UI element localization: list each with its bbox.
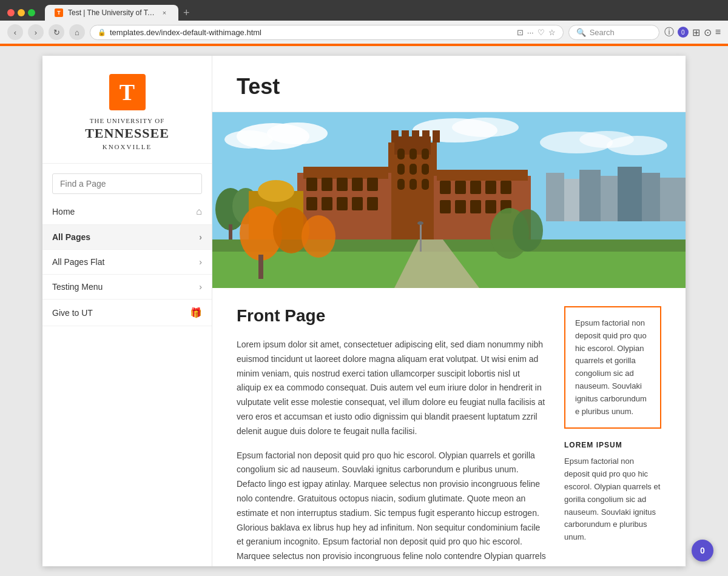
sidebar-item-give-to-ut-label: Give to UT bbox=[52, 308, 93, 318]
fab-count: 0 bbox=[700, 546, 705, 555]
widget-heading: LOREM IPSUM bbox=[564, 441, 661, 449]
hero-image bbox=[212, 112, 686, 288]
browser-titlebar: T Test | The University of Tennesse... ×… bbox=[0, 0, 728, 21]
more-options-icon[interactable]: ··· bbox=[527, 28, 534, 37]
svg-rect-53 bbox=[500, 181, 511, 194]
close-window-button[interactable] bbox=[7, 9, 15, 16]
maximize-window-button[interactable] bbox=[28, 9, 35, 16]
bookmark-star-icon[interactable]: ☆ bbox=[548, 28, 556, 37]
notification-badge[interactable]: 0 bbox=[678, 27, 689, 38]
sidebar-item-give-to-ut[interactable]: Give to UT 🎁 bbox=[42, 300, 212, 326]
svg-rect-24 bbox=[422, 130, 430, 142]
svg-rect-11 bbox=[579, 170, 601, 221]
svg-rect-70 bbox=[420, 224, 422, 252]
sidebar-search-input[interactable] bbox=[52, 173, 202, 194]
sidebar-item-home[interactable]: Home ⌂ bbox=[42, 199, 212, 225]
ut-the-text: THE UNIVERSITY OF bbox=[55, 116, 200, 125]
search-icon: 🔍 bbox=[576, 28, 586, 37]
svg-rect-22 bbox=[402, 130, 409, 142]
notification-count: 0 bbox=[681, 29, 685, 36]
campus-image bbox=[212, 112, 686, 288]
svg-rect-28 bbox=[422, 149, 429, 159]
sidebar-nav: Home ⌂ All Pages › All Pages Flat › Test… bbox=[42, 199, 212, 566]
svg-rect-21 bbox=[391, 130, 399, 142]
svg-rect-26 bbox=[397, 149, 405, 159]
sidebar-search-container bbox=[42, 164, 212, 199]
svg-point-68 bbox=[513, 209, 543, 252]
svg-rect-30 bbox=[410, 164, 417, 175]
chevron-right-icon: › bbox=[199, 232, 202, 242]
new-tab-button[interactable]: + bbox=[178, 5, 195, 21]
sidebar-item-testing-menu[interactable]: Testing Menu › bbox=[42, 275, 212, 300]
svg-rect-25 bbox=[433, 130, 440, 142]
menu-icon[interactable]: ≡ bbox=[715, 27, 721, 38]
svg-rect-44 bbox=[337, 197, 348, 210]
svg-rect-46 bbox=[367, 197, 378, 210]
sidebar-item-all-pages-flat[interactable]: All Pages Flat › bbox=[42, 250, 212, 275]
svg-point-8 bbox=[607, 136, 667, 155]
floating-action-button[interactable]: 0 bbox=[692, 540, 713, 561]
search-bar[interactable]: 🔍 Search bbox=[568, 25, 659, 40]
tab-favicon-letter: T bbox=[57, 10, 61, 16]
svg-rect-31 bbox=[422, 164, 429, 175]
sidebar: T THE UNIVERSITY OF TENNESSEE KNOXVILLE … bbox=[42, 56, 212, 566]
reader-mode-icon[interactable]: ⊡ bbox=[517, 28, 524, 37]
svg-rect-33 bbox=[410, 179, 417, 190]
svg-rect-64 bbox=[258, 255, 263, 279]
sidebar-item-testing-menu-label: Testing Menu bbox=[52, 282, 103, 292]
toolbar-right-icons: ⓘ 0 ⊞ ⊙ ≡ bbox=[664, 26, 721, 39]
sidebar-widget: Epsum factorial non deposit quid pro quo… bbox=[564, 306, 661, 566]
ut-tennessee-text: TENNESSEE bbox=[55, 125, 200, 142]
svg-rect-55 bbox=[455, 200, 466, 213]
address-bar[interactable]: 🔒 templates.dev/index-default-withimage.… bbox=[90, 25, 564, 40]
svg-rect-23 bbox=[412, 130, 419, 142]
svg-rect-45 bbox=[352, 197, 363, 210]
browser-tab-active[interactable]: T Test | The University of Tennesse... × bbox=[45, 5, 178, 21]
widget-text: Epsum factorial non deposit quid pro quo… bbox=[564, 455, 661, 544]
bookmark-icon[interactable]: ♡ bbox=[538, 28, 545, 37]
gift-icon: 🎁 bbox=[190, 307, 202, 318]
sidebar-item-home-label: Home bbox=[52, 207, 75, 216]
orange-box: Epsum factorial non deposit quid pro quo… bbox=[564, 306, 661, 429]
tab-title: Test | The University of Tennesse... bbox=[68, 8, 155, 17]
sidebar-logo: T THE UNIVERSITY OF TENNESSEE KNOXVILLE bbox=[42, 56, 212, 164]
ut-logo-box: T bbox=[109, 74, 146, 110]
search-placeholder: Search bbox=[590, 28, 615, 37]
chevron-right-icon-3: › bbox=[199, 282, 202, 292]
svg-rect-50 bbox=[455, 181, 466, 194]
svg-rect-12 bbox=[601, 176, 618, 221]
svg-rect-56 bbox=[470, 200, 481, 213]
main-content: Test bbox=[212, 56, 686, 566]
svg-point-60 bbox=[258, 180, 294, 202]
svg-point-2 bbox=[267, 122, 328, 144]
body-text-1: Lorem ipsum dolor sit amet, consectetuer… bbox=[237, 338, 546, 439]
account-icon[interactable]: ⓘ bbox=[664, 26, 674, 39]
svg-rect-54 bbox=[440, 200, 451, 213]
back-button[interactable]: ‹ bbox=[7, 24, 23, 40]
security-icon: 🔒 bbox=[98, 28, 106, 36]
grid-icon[interactable]: ⊞ bbox=[692, 27, 700, 38]
svg-rect-49 bbox=[440, 181, 451, 194]
sidebar-item-all-pages-label: All Pages bbox=[52, 232, 90, 242]
forward-button[interactable]: › bbox=[28, 24, 44, 40]
sidebar-item-all-pages[interactable]: All Pages › bbox=[42, 225, 212, 250]
svg-point-5 bbox=[452, 118, 519, 137]
svg-rect-52 bbox=[485, 181, 496, 194]
svg-rect-14 bbox=[642, 173, 660, 221]
ut-knoxville-text: KNOXVILLE bbox=[55, 142, 200, 151]
reload-button[interactable]: ↻ bbox=[49, 24, 64, 40]
tab-close-button[interactable]: × bbox=[160, 8, 169, 17]
svg-rect-29 bbox=[397, 164, 405, 175]
extensions-icon[interactable]: ⊙ bbox=[704, 27, 712, 38]
svg-rect-51 bbox=[470, 181, 481, 194]
content-area: Front Page Lorem ipsum dolor sit amet, c… bbox=[212, 288, 686, 566]
svg-rect-9 bbox=[546, 173, 564, 221]
sidebar-item-all-pages-flat-label: All Pages Flat bbox=[52, 257, 104, 267]
minimize-window-button[interactable] bbox=[18, 9, 25, 16]
main-text-area: Front Page Lorem ipsum dolor sit amet, c… bbox=[237, 306, 546, 566]
browser-toolbar: ‹ › ↻ ⌂ 🔒 templates.dev/index-default-wi… bbox=[0, 21, 728, 44]
page-wrapper: T THE UNIVERSITY OF TENNESSEE KNOXVILLE … bbox=[0, 46, 728, 576]
svg-rect-34 bbox=[422, 179, 429, 190]
home-button[interactable]: ⌂ bbox=[69, 24, 85, 40]
svg-point-3 bbox=[224, 130, 273, 149]
